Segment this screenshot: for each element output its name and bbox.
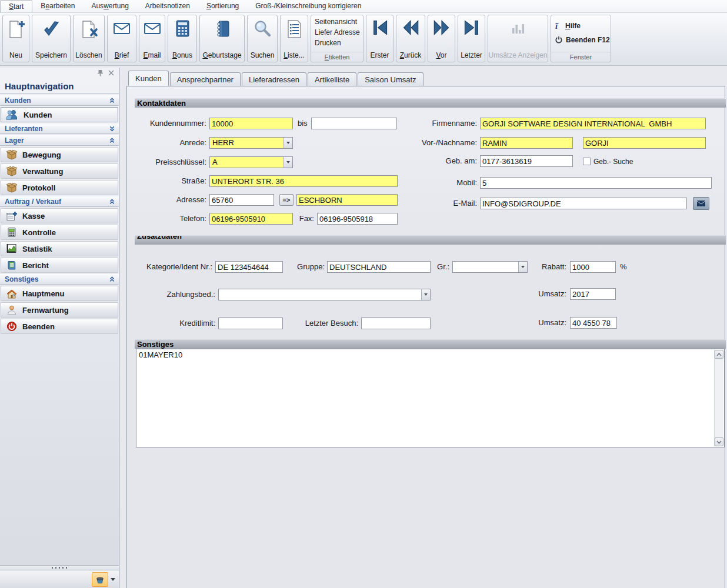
customers-icon xyxy=(6,109,19,120)
umsatz-jahr-input[interactable] xyxy=(570,288,616,300)
sidebar-item-fernwartung[interactable]: Fernwartung xyxy=(1,302,118,318)
menu-item-arbeitsnotizen[interactable]: Arbeitsnotizen xyxy=(137,0,198,12)
letzter-besuch-input[interactable] xyxy=(361,318,431,329)
gruppe-input[interactable] xyxy=(327,261,431,273)
anrede-combobox[interactable]: HERR xyxy=(209,137,293,149)
telefon-input[interactable] xyxy=(209,213,293,225)
sidebar-group-auftrag-verkauf[interactable]: Auftrag / Verkauf xyxy=(0,196,119,207)
section-zusatzdaten: Zusatzdaten xyxy=(135,235,726,245)
menu-item-gross-klein[interactable]: Groß-/Kleinschreibung korrigieren xyxy=(247,0,369,12)
mobil-input[interactable] xyxy=(480,177,712,189)
chevron-down-icon xyxy=(109,125,115,132)
tab-lieferadressen[interactable]: Lieferadressen xyxy=(242,72,306,86)
sidebar-item-statistik[interactable]: Statistik xyxy=(1,241,118,256)
chevron-down-icon[interactable] xyxy=(518,262,527,272)
sidebar-item-kasse[interactable]: Kasse xyxy=(1,208,118,223)
envelope-icon xyxy=(142,19,162,38)
notes-scrollbar[interactable] xyxy=(714,350,723,446)
info-icon: ĩ xyxy=(555,21,562,30)
box-icon xyxy=(6,166,18,176)
search-button[interactable]: Suchen xyxy=(247,15,278,62)
pin-icon[interactable] xyxy=(97,69,104,76)
geburtstag-input[interactable] xyxy=(480,155,573,167)
list-button[interactable]: Liste... xyxy=(280,15,308,62)
sidebar-item-beenden[interactable]: Beenden xyxy=(1,319,118,334)
kategorie-input[interactable] xyxy=(215,261,283,273)
chevron-up-icon xyxy=(109,276,115,282)
sidebar-item-bewegung[interactable]: Bewegung xyxy=(1,147,118,162)
chevron-down-icon[interactable] xyxy=(111,578,115,581)
letter-button[interactable]: Brief xyxy=(107,15,136,62)
menu-item-start[interactable]: Start xyxy=(0,0,32,12)
firmenname-input[interactable] xyxy=(480,118,706,129)
person-icon xyxy=(6,305,18,315)
geb-suche-checkbox[interactable] xyxy=(583,158,591,165)
strasse-input[interactable] xyxy=(209,175,398,187)
tab-artikelliste[interactable]: Artikelliste xyxy=(308,72,356,86)
sidebar-item-bericht[interactable]: Bericht xyxy=(1,258,118,273)
vorname-input[interactable] xyxy=(480,137,573,149)
umsatz-input[interactable] xyxy=(570,317,617,329)
sidebar-group-sonstiges[interactable]: Sonstiges xyxy=(0,273,119,285)
birthdays-button[interactable]: Geburtstage xyxy=(199,15,245,62)
previous-record-button[interactable]: Zurück xyxy=(396,15,425,62)
scroll-up-button[interactable] xyxy=(715,350,723,359)
sidebar-item-verwaltung[interactable]: Verwaltung xyxy=(1,163,118,179)
email-input[interactable] xyxy=(480,198,687,209)
tab-ansprechpartner[interactable]: Ansprechpartner xyxy=(170,72,241,86)
plz-lookup-button[interactable]: => xyxy=(279,194,294,206)
email-button[interactable]: Email xyxy=(139,15,165,62)
fax-input[interactable] xyxy=(317,213,398,225)
delivery-address-button[interactable]: Liefer Adresse xyxy=(311,27,363,38)
sidebar-item-kontrolle[interactable]: Kontrolle xyxy=(1,225,118,240)
sidebar-group-kunden[interactable]: Kunden xyxy=(0,95,119,106)
name-label: Vor-/Nachname: xyxy=(374,137,477,149)
exit-button[interactable]: Beenden F12 xyxy=(551,31,611,45)
gr-combobox[interactable] xyxy=(452,261,528,273)
chevron-down-icon[interactable] xyxy=(421,289,430,300)
kundennummer-input[interactable] xyxy=(209,118,293,129)
next-record-button[interactable]: Vor xyxy=(428,15,455,62)
preisschluessel-combobox[interactable]: A xyxy=(209,156,293,168)
scroll-down-button[interactable] xyxy=(715,437,723,446)
plz-input[interactable] xyxy=(209,194,274,206)
rabatt-input[interactable] xyxy=(570,261,616,273)
sidebar-item-kunden[interactable]: Kunden xyxy=(1,107,118,122)
menu-item-bearbeiten[interactable]: Bearbeiten xyxy=(32,0,83,12)
close-icon[interactable] xyxy=(108,70,114,76)
print-button[interactable]: Drucken xyxy=(311,38,363,48)
kreditlimit-label: Kreditlimit: xyxy=(135,318,215,329)
zahlungsbed-combobox[interactable] xyxy=(218,289,431,300)
nachname-input[interactable] xyxy=(583,137,706,149)
sidebar-bottom-bar xyxy=(0,570,119,588)
sidebar-splitter[interactable] xyxy=(0,565,119,570)
chevron-down-icon[interactable] xyxy=(284,157,292,168)
save-button[interactable]: Speichern xyxy=(32,15,71,62)
first-record-button[interactable]: Erster xyxy=(366,15,393,62)
help-button[interactable]: ĩ Hilfe xyxy=(551,16,611,31)
send-email-button[interactable] xyxy=(693,197,709,210)
sidebar-item-hauptmenu[interactable]: Hauptmenu xyxy=(1,286,118,301)
sidebar-group-lager[interactable]: Lager xyxy=(0,135,119,146)
kategorie-label: Kategorie/Ident Nr.: xyxy=(135,261,212,273)
sonstiges-textarea[interactable]: 01MAYER10 xyxy=(136,349,725,447)
bonus-button[interactable]: Bonus xyxy=(168,15,197,62)
delete-document-icon xyxy=(79,19,98,39)
customer-form-panel: Kontaktdaten Kundennummer: bis Firmennam… xyxy=(126,86,725,588)
kreditlimit-input[interactable] xyxy=(218,318,283,329)
last-record-button[interactable]: Letzter xyxy=(458,15,485,62)
chevron-down-icon[interactable] xyxy=(284,138,292,148)
new-button[interactable]: Neu xyxy=(2,15,29,62)
sidebar-item-protokoll[interactable]: Protokoll xyxy=(1,180,118,195)
bucket-icon-button[interactable] xyxy=(92,572,108,587)
bis-label: bis xyxy=(298,118,309,129)
page-preview-button[interactable]: Seitenansicht xyxy=(311,16,363,27)
tab-saison-umsatz[interactable]: Saison Umsatz xyxy=(358,72,423,86)
sidebar-group-lieferanten[interactable]: Lieferanten xyxy=(0,123,119,134)
menu-item-auswertung[interactable]: Auswertung xyxy=(83,0,136,12)
tab-kunden[interactable]: Kunden xyxy=(128,71,169,86)
delete-button[interactable]: Löschen xyxy=(73,15,105,62)
home-icon xyxy=(6,288,18,299)
menu-item-sortierung[interactable]: Sortierung xyxy=(198,0,247,12)
chevron-up-icon xyxy=(109,198,115,205)
